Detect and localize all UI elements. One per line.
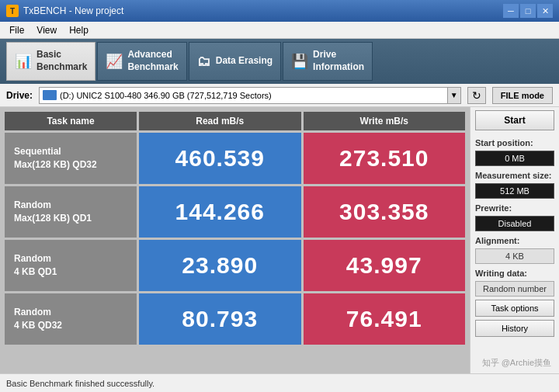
minimize-button[interactable]: ─ bbox=[503, 4, 519, 18]
drive-combo[interactable]: (D:) UNIC2 S100-480 346.90 GB (727,512,7… bbox=[39, 87, 447, 104]
tab-advanced-benchmark[interactable]: 📈 AdvancedBenchmark bbox=[97, 42, 186, 81]
write-value-3: 43.997 bbox=[304, 240, 466, 291]
read-value-3: 23.890 bbox=[139, 240, 301, 291]
drive-refresh-button[interactable]: ↻ bbox=[467, 87, 486, 104]
app-icon: T bbox=[6, 5, 19, 17]
right-sidebar: Start Start position: 0 MB Measurement s… bbox=[470, 107, 559, 373]
table-row: SequentialMax(128 KB) QD32 460.539 273.5… bbox=[5, 133, 465, 184]
read-value-2: 144.266 bbox=[139, 186, 301, 238]
drive-value: (D:) UNIC2 S100-480 346.90 GB (727,512,7… bbox=[60, 91, 272, 100]
tab-drive-label: DriveInformation bbox=[313, 49, 364, 73]
file-mode-button[interactable]: FILE mode bbox=[492, 87, 553, 104]
close-button[interactable]: ✕ bbox=[537, 4, 553, 18]
measurement-label: Measurement size: bbox=[475, 171, 554, 180]
tab-basic-label: BasicBenchmark bbox=[36, 49, 87, 73]
toolbar: 📊 BasicBenchmark 📈 AdvancedBenchmark 🗂 D… bbox=[0, 39, 559, 84]
menu-bar: File View Help bbox=[0, 22, 559, 39]
prewrite-label: Prewrite: bbox=[475, 203, 554, 213]
table-row: Random4 KB QD32 80.793 76.491 bbox=[5, 293, 465, 345]
basic-benchmark-icon: 📊 bbox=[15, 53, 32, 70]
write-value-4: 76.491 bbox=[304, 293, 466, 345]
menu-help[interactable]: Help bbox=[63, 22, 95, 38]
status-bar: Basic Benchmark finished successfully. bbox=[0, 373, 559, 392]
prewrite-value: Disabled bbox=[475, 216, 554, 231]
table-row: RandomMax(128 KB) QD1 144.266 303.358 bbox=[5, 186, 465, 238]
header-read: Read mB/s bbox=[139, 112, 301, 130]
drive-dropdown-arrow[interactable]: ▼ bbox=[447, 87, 461, 104]
drive-row: Drive: (D:) UNIC2 S100-480 346.90 GB (72… bbox=[0, 84, 559, 107]
tab-drive-information[interactable]: 💾 DriveInformation bbox=[283, 42, 373, 81]
task-label-2: RandomMax(128 KB) QD1 bbox=[5, 186, 137, 238]
bench-header: Task name Read mB/s Write mB/s bbox=[5, 112, 465, 130]
data-erasing-icon: 🗂 bbox=[197, 54, 211, 70]
menu-view[interactable]: View bbox=[30, 22, 63, 38]
task-options-button[interactable]: Task options bbox=[475, 300, 554, 317]
task-label-3: Random4 KB QD1 bbox=[5, 240, 137, 291]
advanced-benchmark-icon: 📈 bbox=[106, 53, 123, 70]
tab-basic-benchmark[interactable]: 📊 BasicBenchmark bbox=[6, 42, 95, 81]
task-label-1: SequentialMax(128 KB) QD32 bbox=[5, 133, 137, 184]
benchmark-area: Task name Read mB/s Write mB/s Sequentia… bbox=[0, 107, 470, 373]
tab-erasing-label: Data Erasing bbox=[216, 55, 273, 68]
task-label-4: Random4 KB QD32 bbox=[5, 293, 137, 345]
write-value-2: 303.358 bbox=[304, 186, 466, 238]
read-value-1: 460.539 bbox=[139, 133, 301, 184]
watermark: 知乎 @Archie摸鱼 bbox=[482, 357, 551, 369]
measurement-value: 512 MB bbox=[475, 183, 554, 199]
header-task: Task name bbox=[5, 112, 137, 130]
writing-data-value: Random number bbox=[475, 281, 554, 297]
alignment-value: 4 KB bbox=[475, 248, 554, 264]
status-message: Basic Benchmark finished successfully. bbox=[6, 379, 155, 388]
tab-data-erasing[interactable]: 🗂 Data Erasing bbox=[189, 42, 281, 81]
start-button[interactable]: Start bbox=[475, 110, 554, 130]
app-title: TxBENCH - New project bbox=[23, 5, 123, 16]
bench-rows: SequentialMax(128 KB) QD32 460.539 273.5… bbox=[5, 133, 465, 345]
read-value-4: 80.793 bbox=[139, 293, 301, 345]
alignment-label: Alignment: bbox=[475, 236, 554, 245]
title-bar-controls: ─ □ ✕ bbox=[503, 4, 553, 18]
header-write: Write mB/s bbox=[304, 112, 466, 130]
start-position-value: 0 MB bbox=[475, 151, 554, 166]
main-content: Task name Read mB/s Write mB/s Sequentia… bbox=[0, 107, 559, 373]
writing-data-label: Writing data: bbox=[475, 269, 554, 278]
tab-advanced-label: AdvancedBenchmark bbox=[127, 49, 178, 73]
maximize-button[interactable]: □ bbox=[520, 4, 536, 18]
drive-small-icon bbox=[43, 90, 57, 100]
history-button[interactable]: History bbox=[475, 320, 554, 337]
menu-file[interactable]: File bbox=[3, 22, 30, 38]
write-value-1: 273.510 bbox=[304, 133, 466, 184]
start-position-label: Start position: bbox=[475, 138, 554, 147]
table-row: Random4 KB QD1 23.890 43.997 bbox=[5, 240, 465, 291]
drive-info-icon: 💾 bbox=[291, 53, 308, 70]
drive-label: Drive: bbox=[6, 90, 33, 101]
title-bar: T TxBENCH - New project ─ □ ✕ bbox=[0, 0, 559, 22]
